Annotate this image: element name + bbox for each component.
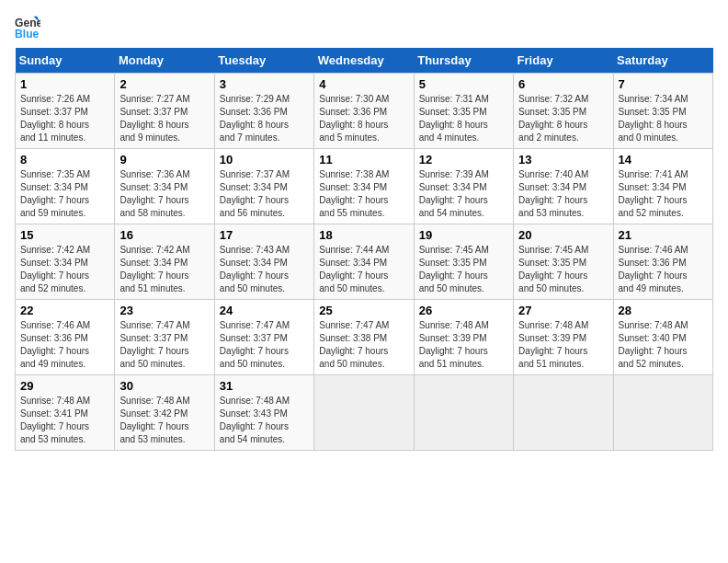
page-header: General Blue xyxy=(15,15,713,40)
calendar-cell: 21Sunrise: 7:46 AM Sunset: 3:36 PM Dayli… xyxy=(613,224,712,300)
day-number: 28 xyxy=(619,304,708,317)
calendar-cell: 29Sunrise: 7:48 AM Sunset: 3:41 PM Dayli… xyxy=(16,375,115,451)
day-info: Sunrise: 7:38 AM Sunset: 3:34 PM Dayligh… xyxy=(319,168,408,220)
calendar-cell: 6Sunrise: 7:32 AM Sunset: 3:35 PM Daylig… xyxy=(514,74,613,149)
calendar-cell: 13Sunrise: 7:40 AM Sunset: 3:34 PM Dayli… xyxy=(514,149,613,224)
day-info: Sunrise: 7:47 AM Sunset: 3:37 PM Dayligh… xyxy=(220,319,309,371)
day-number: 10 xyxy=(220,153,309,167)
day-number: 5 xyxy=(419,77,508,91)
day-info: Sunrise: 7:48 AM Sunset: 3:39 PM Dayligh… xyxy=(419,319,508,371)
day-number: 2 xyxy=(119,77,209,91)
day-number: 9 xyxy=(119,153,209,167)
calendar-cell: 19Sunrise: 7:45 AM Sunset: 3:35 PM Dayli… xyxy=(414,224,513,300)
day-number: 15 xyxy=(20,228,109,242)
day-info: Sunrise: 7:26 AM Sunset: 3:37 PM Dayligh… xyxy=(20,93,109,144)
day-info: Sunrise: 7:48 AM Sunset: 3:39 PM Dayligh… xyxy=(518,319,608,371)
calendar-cell: 24Sunrise: 7:47 AM Sunset: 3:37 PM Dayli… xyxy=(214,300,313,375)
day-info: Sunrise: 7:46 AM Sunset: 3:36 PM Dayligh… xyxy=(619,244,708,295)
day-info: Sunrise: 7:34 AM Sunset: 3:35 PM Dayligh… xyxy=(619,93,708,144)
calendar-cell: 8Sunrise: 7:35 AM Sunset: 3:34 PM Daylig… xyxy=(16,149,115,224)
weekday-header-wednesday: Wednesday xyxy=(314,48,414,74)
day-info: Sunrise: 7:30 AM Sunset: 3:36 PM Dayligh… xyxy=(319,93,408,144)
calendar-cell: 18Sunrise: 7:44 AM Sunset: 3:34 PM Dayli… xyxy=(314,224,414,300)
day-info: Sunrise: 7:31 AM Sunset: 3:35 PM Dayligh… xyxy=(419,93,508,144)
calendar-week-4: 22Sunrise: 7:46 AM Sunset: 3:36 PM Dayli… xyxy=(16,300,713,375)
day-number: 24 xyxy=(220,304,309,317)
day-info: Sunrise: 7:44 AM Sunset: 3:34 PM Dayligh… xyxy=(319,244,408,295)
calendar-cell xyxy=(514,375,613,451)
day-info: Sunrise: 7:32 AM Sunset: 3:35 PM Dayligh… xyxy=(518,93,608,144)
day-info: Sunrise: 7:42 AM Sunset: 3:34 PM Dayligh… xyxy=(119,244,209,295)
day-info: Sunrise: 7:48 AM Sunset: 3:43 PM Dayligh… xyxy=(220,395,309,446)
calendar-cell: 3Sunrise: 7:29 AM Sunset: 3:36 PM Daylig… xyxy=(214,74,313,149)
day-info: Sunrise: 7:42 AM Sunset: 3:34 PM Dayligh… xyxy=(20,244,109,295)
day-info: Sunrise: 7:43 AM Sunset: 3:34 PM Dayligh… xyxy=(220,244,309,295)
day-number: 1 xyxy=(20,77,109,91)
day-number: 6 xyxy=(518,77,608,91)
calendar-cell xyxy=(613,375,712,451)
calendar-cell: 31Sunrise: 7:48 AM Sunset: 3:43 PM Dayli… xyxy=(214,375,313,451)
calendar-cell: 1Sunrise: 7:26 AM Sunset: 3:37 PM Daylig… xyxy=(16,74,115,149)
day-info: Sunrise: 7:45 AM Sunset: 3:35 PM Dayligh… xyxy=(518,244,608,295)
calendar-cell: 27Sunrise: 7:48 AM Sunset: 3:39 PM Dayli… xyxy=(514,300,613,375)
calendar-cell: 4Sunrise: 7:30 AM Sunset: 3:36 PM Daylig… xyxy=(314,74,414,149)
day-number: 25 xyxy=(319,304,408,317)
day-number: 31 xyxy=(220,379,309,393)
calendar-cell: 10Sunrise: 7:37 AM Sunset: 3:34 PM Dayli… xyxy=(214,149,313,224)
calendar-cell: 7Sunrise: 7:34 AM Sunset: 3:35 PM Daylig… xyxy=(613,74,712,149)
day-info: Sunrise: 7:45 AM Sunset: 3:35 PM Dayligh… xyxy=(419,244,508,295)
day-number: 4 xyxy=(319,77,408,91)
day-info: Sunrise: 7:41 AM Sunset: 3:34 PM Dayligh… xyxy=(619,168,708,220)
svg-text:Blue: Blue xyxy=(15,28,40,40)
day-info: Sunrise: 7:35 AM Sunset: 3:34 PM Dayligh… xyxy=(20,168,109,220)
calendar-header: SundayMondayTuesdayWednesdayThursdayFrid… xyxy=(16,48,713,74)
weekday-header-monday: Monday xyxy=(115,48,214,74)
day-info: Sunrise: 7:40 AM Sunset: 3:34 PM Dayligh… xyxy=(518,168,608,220)
calendar-cell: 11Sunrise: 7:38 AM Sunset: 3:34 PM Dayli… xyxy=(314,149,414,224)
calendar-cell: 28Sunrise: 7:48 AM Sunset: 3:40 PM Dayli… xyxy=(613,300,712,375)
logo-icon: General Blue xyxy=(15,15,40,40)
calendar-cell: 26Sunrise: 7:48 AM Sunset: 3:39 PM Dayli… xyxy=(414,300,513,375)
day-info: Sunrise: 7:48 AM Sunset: 3:40 PM Dayligh… xyxy=(619,319,708,371)
day-info: Sunrise: 7:48 AM Sunset: 3:42 PM Dayligh… xyxy=(119,395,209,446)
calendar-cell: 22Sunrise: 7:46 AM Sunset: 3:36 PM Dayli… xyxy=(16,300,115,375)
day-number: 27 xyxy=(518,304,608,317)
calendar-cell: 20Sunrise: 7:45 AM Sunset: 3:35 PM Dayli… xyxy=(514,224,613,300)
calendar-week-2: 8Sunrise: 7:35 AM Sunset: 3:34 PM Daylig… xyxy=(16,149,713,224)
day-number: 7 xyxy=(619,77,708,91)
calendar-cell xyxy=(314,375,414,451)
weekday-header-saturday: Saturday xyxy=(613,48,712,74)
day-number: 12 xyxy=(419,153,508,167)
calendar-cell: 14Sunrise: 7:41 AM Sunset: 3:34 PM Dayli… xyxy=(613,149,712,224)
calendar-cell: 17Sunrise: 7:43 AM Sunset: 3:34 PM Dayli… xyxy=(214,224,313,300)
day-info: Sunrise: 7:37 AM Sunset: 3:34 PM Dayligh… xyxy=(220,168,309,220)
day-info: Sunrise: 7:48 AM Sunset: 3:41 PM Dayligh… xyxy=(20,395,109,446)
calendar-cell: 30Sunrise: 7:48 AM Sunset: 3:42 PM Dayli… xyxy=(115,375,214,451)
day-number: 14 xyxy=(619,153,708,167)
day-number: 26 xyxy=(419,304,508,317)
day-number: 19 xyxy=(419,228,508,242)
calendar-body: 1Sunrise: 7:26 AM Sunset: 3:37 PM Daylig… xyxy=(16,74,713,451)
calendar-cell: 23Sunrise: 7:47 AM Sunset: 3:37 PM Dayli… xyxy=(115,300,214,375)
calendar-cell: 2Sunrise: 7:27 AM Sunset: 3:37 PM Daylig… xyxy=(115,74,214,149)
day-number: 8 xyxy=(20,153,109,167)
day-number: 23 xyxy=(119,304,209,317)
day-number: 17 xyxy=(220,228,309,242)
logo: General Blue xyxy=(15,15,40,40)
calendar-cell: 5Sunrise: 7:31 AM Sunset: 3:35 PM Daylig… xyxy=(414,74,513,149)
day-number: 3 xyxy=(220,77,309,91)
day-info: Sunrise: 7:47 AM Sunset: 3:38 PM Dayligh… xyxy=(319,319,408,371)
weekday-header-tuesday: Tuesday xyxy=(214,48,313,74)
day-info: Sunrise: 7:39 AM Sunset: 3:34 PM Dayligh… xyxy=(419,168,508,220)
day-info: Sunrise: 7:27 AM Sunset: 3:37 PM Dayligh… xyxy=(119,93,209,144)
weekday-header-thursday: Thursday xyxy=(414,48,513,74)
day-info: Sunrise: 7:47 AM Sunset: 3:37 PM Dayligh… xyxy=(119,319,209,371)
day-info: Sunrise: 7:36 AM Sunset: 3:34 PM Dayligh… xyxy=(119,168,209,220)
calendar-week-1: 1Sunrise: 7:26 AM Sunset: 3:37 PM Daylig… xyxy=(16,74,713,149)
calendar-cell: 9Sunrise: 7:36 AM Sunset: 3:34 PM Daylig… xyxy=(115,149,214,224)
day-number: 29 xyxy=(20,379,109,393)
day-number: 21 xyxy=(619,228,708,242)
day-number: 18 xyxy=(319,228,408,242)
day-number: 20 xyxy=(518,228,608,242)
calendar-table: SundayMondayTuesdayWednesdayThursdayFrid… xyxy=(15,48,713,451)
